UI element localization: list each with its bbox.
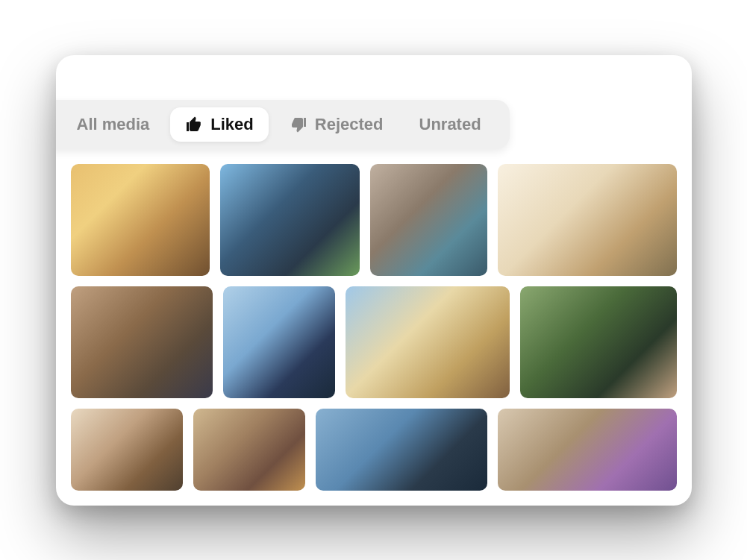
media-thumbnail[interactable] xyxy=(71,286,213,398)
media-thumbnail[interactable] xyxy=(220,164,360,276)
media-thumbnail[interactable] xyxy=(370,164,487,276)
media-thumbnail[interactable] xyxy=(498,164,677,276)
media-thumbnail[interactable] xyxy=(223,286,335,398)
filter-unrated[interactable]: Unrated xyxy=(404,107,496,142)
filter-label: Unrated xyxy=(419,115,481,134)
gallery-row xyxy=(71,409,677,491)
media-thumbnail[interactable] xyxy=(498,409,677,491)
gallery-row xyxy=(71,164,677,276)
media-thumbnail[interactable] xyxy=(316,409,487,491)
media-panel: All media Liked Rejected Unrated xyxy=(56,55,692,506)
filter-rejected[interactable]: Rejected xyxy=(275,107,398,142)
filter-label: All media xyxy=(77,115,150,134)
filter-bar: All media Liked Rejected Unrated xyxy=(56,100,510,149)
media-thumbnail[interactable] xyxy=(193,409,305,491)
media-thumbnail[interactable] xyxy=(71,164,210,276)
media-thumbnail[interactable] xyxy=(71,409,183,491)
thumb-down-icon xyxy=(290,116,307,133)
filter-label: Liked xyxy=(210,115,253,134)
media-thumbnail[interactable] xyxy=(346,286,510,398)
media-thumbnail[interactable] xyxy=(520,286,677,398)
filter-all-media[interactable]: All media xyxy=(62,107,165,142)
filter-liked[interactable]: Liked xyxy=(170,107,268,142)
media-gallery xyxy=(71,164,677,506)
gallery-row xyxy=(71,286,677,398)
thumb-up-icon xyxy=(185,116,203,133)
filter-label: Rejected xyxy=(315,115,384,134)
